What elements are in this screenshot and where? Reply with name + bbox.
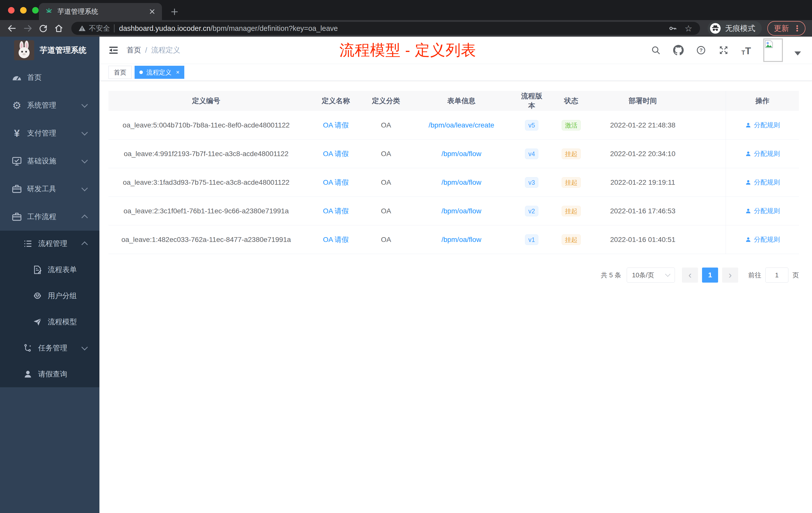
tag-process-definition[interactable]: 流程定义 × xyxy=(135,66,184,79)
security-warning-icon[interactable] xyxy=(78,24,86,33)
breadcrumb-home[interactable]: 首页 xyxy=(126,45,141,55)
definition-name-link[interactable]: OA 请假 xyxy=(323,206,349,216)
list-tree-icon xyxy=(22,238,34,249)
favicon xyxy=(45,7,53,16)
form-link[interactable]: /bpm/oa/leave/create xyxy=(429,121,494,129)
address-bar[interactable]: 不安全 dashboard.yudao.iocoder.cn /bpm/mana… xyxy=(71,22,700,35)
form-link[interactable]: /bpm/oa/flow xyxy=(441,150,481,158)
cell-definition-id: oa_leave:1:482ec033-762a-11ec-8477-a2380… xyxy=(109,225,304,254)
sidebar-item-infrastructure[interactable]: 基础设施 xyxy=(0,147,99,175)
reload-button[interactable] xyxy=(38,23,49,34)
page-unit-label: 页 xyxy=(792,271,799,280)
cell-deploy-time: 2022-01-22 21:48:38 xyxy=(598,111,688,139)
avatar-dropdown-caret[interactable] xyxy=(794,52,801,56)
font-size-icon[interactable]: TT xyxy=(741,45,752,56)
browser-tab[interactable]: 芋道管理系统 xyxy=(39,3,162,20)
definition-name-link[interactable]: OA 请假 xyxy=(323,149,349,159)
sidebar-item-process-form[interactable]: 流程表单 xyxy=(0,257,99,283)
definition-name-link[interactable]: OA 请假 xyxy=(323,235,349,244)
chevron-down-icon xyxy=(81,344,88,350)
definition-name-link[interactable]: OA 请假 xyxy=(323,120,349,130)
search-icon[interactable] xyxy=(650,45,661,56)
update-label: 更新 xyxy=(774,23,789,34)
cell-deploy-time: 2022-01-16 01:40:51 xyxy=(598,225,688,254)
pagination: 共 5 条 10条/页 ‹ 1 › 前往 1 页 xyxy=(109,268,799,282)
table-row: oa_leave:3:1fad3d93-7b75-11ec-a3c8-acde4… xyxy=(109,168,799,197)
column-header-id: 定义编号 xyxy=(109,91,304,111)
assign-rule-button[interactable]: 分配规则 xyxy=(745,235,780,244)
definition-name-link[interactable]: OA 请假 xyxy=(323,178,349,187)
sidebar-item-label: 用户分组 xyxy=(48,291,77,301)
screen: 芋道管理系统 不安全 dashboard.yudao.io xyxy=(0,0,812,513)
sidebar-item-system[interactable]: ⚙ 系统管理 xyxy=(0,91,99,119)
form-link[interactable]: /bpm/oa/flow xyxy=(441,236,481,244)
version-badge: v5 xyxy=(525,120,538,130)
browser-update-button[interactable]: 更新 xyxy=(767,21,806,36)
avatar[interactable] xyxy=(763,38,783,62)
tag-home[interactable]: 首页 xyxy=(109,66,132,79)
kebab-menu-icon[interactable] xyxy=(793,24,802,33)
version-badge: v3 xyxy=(525,177,538,188)
fullscreen-icon[interactable] xyxy=(718,45,729,56)
sidebar-item-label: 流程模型 xyxy=(48,317,77,327)
column-header-action: 操作 xyxy=(726,91,799,111)
cell-definition-id: oa_leave:4:991f2193-7b7f-11ec-a3c8-acde4… xyxy=(109,140,304,168)
window-close-button[interactable] xyxy=(8,7,14,13)
sidebar-item-payment[interactable]: ¥ 支付管理 xyxy=(0,119,99,147)
back-button[interactable] xyxy=(6,23,18,34)
new-tab-button[interactable] xyxy=(169,6,180,18)
sidebar-item-home[interactable]: 首页 xyxy=(0,63,99,91)
next-page-button[interactable]: › xyxy=(722,268,738,282)
paper-plane-icon xyxy=(32,316,43,328)
sidebar-item-workflow[interactable]: 工作流程 xyxy=(0,203,99,231)
home-button[interactable] xyxy=(53,23,64,34)
column-header-time: 部署时间 xyxy=(598,91,688,111)
table-row: oa_leave:2:3c1f0ef1-76b1-11ec-9c66-a2380… xyxy=(109,197,799,225)
chevron-down-icon xyxy=(665,271,670,277)
sidebar-item-user-group[interactable]: 用户分组 xyxy=(0,283,99,309)
column-header-name: 定义名称 xyxy=(304,91,368,111)
sidebar-item-label: 流程表单 xyxy=(48,265,77,275)
page-size-select[interactable]: 10条/页 xyxy=(627,268,675,282)
assign-rule-button[interactable]: 分配规则 xyxy=(745,178,780,187)
goto-page-input[interactable]: 1 xyxy=(765,268,788,282)
browser-toolbar: 不安全 dashboard.yudao.iocoder.cn /bpm/mana… xyxy=(0,20,812,37)
column-header-category: 定义分类 xyxy=(368,91,404,111)
prev-page-button[interactable]: ‹ xyxy=(682,268,698,282)
bookmark-star-icon[interactable]: ☆ xyxy=(684,23,694,33)
sidebar-item-process-model[interactable]: 流程模型 xyxy=(0,309,99,335)
assign-rule-button[interactable]: 分配规则 xyxy=(745,121,780,129)
help-icon[interactable]: ? xyxy=(696,45,706,56)
svg-text:?: ? xyxy=(699,47,703,53)
incognito-label: 无痕模式 xyxy=(725,23,755,34)
version-badge: v2 xyxy=(525,206,538,216)
password-key-icon[interactable] xyxy=(668,23,678,33)
sidebar-item-label: 工作流程 xyxy=(27,212,56,222)
cell-definition-id: oa_leave:3:1fad3d93-7b75-11ec-a3c8-acde4… xyxy=(109,168,304,197)
incognito-icon xyxy=(709,23,721,34)
assign-rule-button[interactable]: 分配规则 xyxy=(745,149,780,158)
page-1-button[interactable]: 1 xyxy=(702,268,718,282)
cell-definition-id: oa_leave:5:004b710b-7b8a-11ec-8ef0-acde4… xyxy=(109,111,304,139)
form-link[interactable]: /bpm/oa/flow xyxy=(441,207,481,215)
dashboard-gauge-icon xyxy=(11,72,23,83)
yen-icon: ¥ xyxy=(11,127,23,139)
sidebar-item-leave-query[interactable]: 请假查询 xyxy=(0,361,99,387)
forward-button[interactable] xyxy=(22,23,33,34)
active-dot xyxy=(139,70,143,74)
assign-rule-button[interactable]: 分配规则 xyxy=(745,207,780,215)
window-zoom-button[interactable] xyxy=(32,7,39,13)
url-path: /bpm/manager/definition?key=oa_leave xyxy=(210,24,662,33)
security-label: 不安全 xyxy=(89,24,110,33)
tab-close-icon[interactable] xyxy=(148,8,156,15)
form-link[interactable]: /bpm/oa/flow xyxy=(441,178,481,186)
sidebar-item-dev-tools[interactable]: 研发工具 xyxy=(0,175,99,203)
sidebar-item-task-management[interactable]: 任务管理 xyxy=(0,335,99,361)
person-icon xyxy=(22,368,34,380)
tag-close-icon[interactable]: × xyxy=(176,69,179,75)
tag-label: 首页 xyxy=(114,68,126,77)
github-icon[interactable] xyxy=(673,45,684,56)
sidebar-item-process-management[interactable]: 流程管理 xyxy=(0,231,99,257)
sidebar-fold-icon[interactable] xyxy=(108,45,119,56)
window-minimize-button[interactable] xyxy=(20,7,27,13)
